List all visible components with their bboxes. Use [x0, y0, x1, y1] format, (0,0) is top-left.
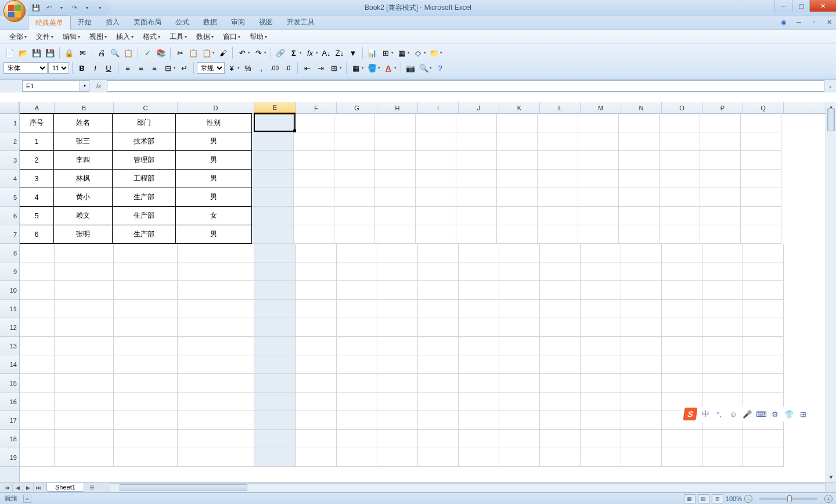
hyperlink-icon[interactable]: 🔗	[274, 46, 287, 59]
cell-C19[interactable]	[114, 448, 178, 467]
cell-Q9[interactable]	[743, 262, 784, 281]
cell-D15[interactable]	[178, 374, 254, 393]
cell-I3[interactable]	[416, 151, 456, 170]
cell-K9[interactable]	[499, 262, 540, 281]
cell-C13[interactable]	[114, 337, 178, 355]
row-header-14[interactable]: 14	[0, 355, 19, 374]
menu-file[interactable]: 文件▾	[31, 31, 58, 43]
cell-B8[interactable]	[55, 244, 114, 262]
cell-D7[interactable]: 男	[175, 225, 252, 244]
cell-M8[interactable]	[581, 244, 621, 262]
cell-C18[interactable]	[114, 430, 178, 448]
zoom-level[interactable]: 100%	[726, 495, 742, 502]
col-header-K[interactable]: K	[499, 102, 540, 113]
cell-B7[interactable]: 张明	[53, 225, 113, 244]
cell-J4[interactable]	[456, 170, 497, 188]
cell-H16[interactable]	[377, 393, 418, 411]
cell-L9[interactable]	[540, 262, 581, 281]
decrease-decimal-icon[interactable]: .0	[282, 62, 294, 74]
cell-B17[interactable]	[55, 411, 114, 430]
cell-C10[interactable]	[114, 281, 178, 300]
cell-E19[interactable]	[254, 448, 296, 467]
cell-K14[interactable]	[499, 355, 540, 374]
cell-F14[interactable]	[296, 355, 337, 374]
cell-B3[interactable]: 李四	[53, 150, 113, 170]
col-header-I[interactable]: I	[418, 102, 459, 113]
cell-L11[interactable]	[540, 300, 581, 318]
view-page-break-icon[interactable]: ⊞	[712, 494, 723, 503]
row-header-4[interactable]: 4	[0, 170, 19, 188]
cell-G3[interactable]	[334, 151, 375, 170]
cell-D5[interactable]: 男	[175, 188, 252, 207]
ribbon-close-icon[interactable]: ✕	[824, 17, 834, 27]
cell-C2[interactable]: 技术部	[112, 132, 176, 151]
sort-asc-icon[interactable]: A↓	[320, 46, 333, 59]
cell-A13[interactable]	[20, 337, 55, 355]
cell-L2[interactable]	[538, 132, 578, 151]
cell-N14[interactable]	[621, 355, 662, 374]
cell-B9[interactable]	[55, 262, 114, 281]
cell-P5[interactable]	[700, 188, 741, 207]
cell-C5[interactable]: 生产部	[112, 188, 176, 207]
tab-insert[interactable]: 插入	[99, 15, 127, 30]
cell-A6[interactable]: 5	[20, 206, 54, 225]
row-header-13[interactable]: 13	[0, 337, 19, 355]
col-header-G[interactable]: G	[337, 102, 377, 113]
zoom-slider[interactable]	[759, 498, 817, 500]
cell-K1[interactable]	[497, 114, 538, 132]
cell-J9[interactable]	[459, 262, 499, 281]
cell-P19[interactable]	[702, 448, 743, 467]
camera-icon[interactable]: 📷	[404, 62, 417, 74]
zoom-slider-thumb[interactable]	[787, 495, 792, 502]
cell-Q6[interactable]	[741, 207, 781, 225]
align-left-icon[interactable]: ≡	[121, 62, 134, 74]
open-icon[interactable]: 📂	[17, 46, 30, 59]
horizontal-scrollbar[interactable]	[110, 483, 826, 492]
cell-F12[interactable]	[296, 318, 337, 337]
cell-L8[interactable]	[540, 244, 581, 262]
cell-Q1[interactable]	[741, 114, 781, 132]
cell-B2[interactable]: 张三	[53, 132, 113, 151]
cell-J15[interactable]	[459, 374, 499, 393]
save-icon[interactable]: 💾	[31, 3, 41, 13]
cell-I15[interactable]	[418, 374, 459, 393]
cell-O11[interactable]	[662, 300, 702, 318]
tab-review[interactable]: 审阅	[224, 15, 252, 30]
cell-F17[interactable]	[296, 411, 337, 430]
cell-D1[interactable]: 性别	[175, 113, 252, 132]
cell-N7[interactable]	[619, 225, 660, 244]
cell-P8[interactable]	[702, 244, 743, 262]
sheet-first-icon[interactable]: ⏮	[2, 483, 13, 492]
cell-L19[interactable]	[540, 448, 581, 467]
cell-P15[interactable]	[702, 374, 743, 393]
cell-F4[interactable]	[294, 170, 334, 188]
cell-J8[interactable]	[459, 244, 499, 262]
cell-Q13[interactable]	[743, 337, 784, 355]
font-color-icon[interactable]: A	[382, 62, 395, 74]
cell-P12[interactable]	[702, 318, 743, 337]
cell-D19[interactable]	[178, 448, 254, 467]
cell-E17[interactable]	[254, 411, 296, 430]
cell-P3[interactable]	[700, 151, 741, 170]
cell-M16[interactable]	[581, 393, 621, 411]
formula-input[interactable]	[107, 80, 824, 92]
cell-B13[interactable]	[55, 337, 114, 355]
cell-F19[interactable]	[296, 448, 337, 467]
cell-L15[interactable]	[540, 374, 581, 393]
sheet-next-icon[interactable]: ▶	[23, 483, 34, 492]
cell-C14[interactable]	[114, 355, 178, 374]
cell-C3[interactable]: 管理部	[112, 150, 176, 170]
cell-J6[interactable]	[456, 207, 497, 225]
cell-L14[interactable]	[540, 355, 581, 374]
format-painter-icon[interactable]: 🖌	[217, 46, 229, 59]
cell-L17[interactable]	[540, 411, 581, 430]
row-header-10[interactable]: 10	[0, 281, 19, 300]
row-header-15[interactable]: 15	[0, 374, 19, 393]
cell-E9[interactable]	[254, 262, 296, 281]
cell-D8[interactable]	[178, 244, 254, 262]
cell-A15[interactable]	[20, 374, 55, 393]
col-header-N[interactable]: N	[621, 102, 662, 113]
cell-F7[interactable]	[294, 225, 334, 244]
vertical-scrollbar[interactable]: ▲ ▼	[826, 102, 836, 482]
name-box-dropdown[interactable]: ▾	[80, 80, 89, 92]
